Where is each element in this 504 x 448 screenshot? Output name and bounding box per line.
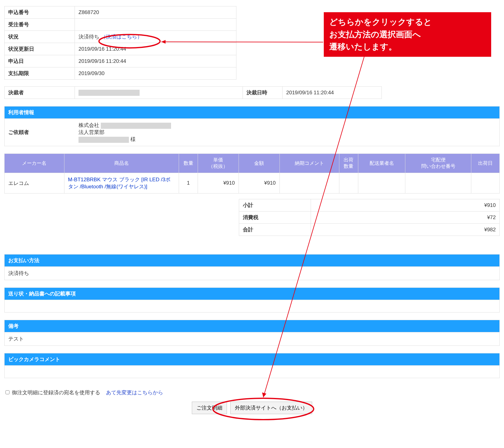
order-no-value: [75, 19, 236, 31]
col-ship-date: 出荷日: [471, 154, 500, 173]
cell-name: M-BT12BRBK マウス ブラック [IR LED /3ボタン /Bluet…: [64, 173, 179, 193]
callout-line: どちらかをクリックすると: [329, 16, 486, 28]
cell-ship-qty: [339, 173, 358, 193]
cell-ship-date: [471, 173, 500, 193]
pay-deadline-value: 2019/09/30: [75, 67, 236, 80]
button-row: ご注文明細 外部決済サイトへ（お支払い）: [4, 402, 500, 414]
redacted-box: [79, 137, 129, 143]
status-label: 状況: [5, 31, 75, 43]
options-row: 御注文明細に登録済の宛名を使用する あて先変更はこちらから: [4, 389, 500, 396]
section-bic-comment: ビックカメラコメント: [4, 353, 500, 366]
requester-label: ご依頼者: [5, 119, 75, 146]
order-info-table: 申込番号 Z868720 受注番号 状況 決済待ち （決済はこちら） 状況更新日…: [4, 6, 236, 80]
use-registered-address-checkbox[interactable]: [5, 390, 9, 394]
col-unit-price: 単価 （税抜）: [198, 154, 239, 173]
product-link[interactable]: M-BT12BRBK マウス ブラック [IR LED /3ボタン /Bluet…: [68, 177, 170, 190]
external-payment-button[interactable]: 外部決済サイトへ（お支払い）: [230, 402, 312, 414]
total-label: 合計: [239, 224, 311, 236]
delivery-notes-value: [4, 300, 500, 313]
section-remarks: 備考: [4, 320, 500, 332]
honorific: 様: [130, 136, 136, 142]
approval-datetime-label: 決裁日時: [243, 87, 283, 99]
department: 法人営業部: [79, 129, 496, 136]
subtotal-value: ¥910: [311, 199, 500, 211]
payment-link[interactable]: （決済はこちら）: [101, 34, 142, 40]
col-amount: 金額: [239, 154, 279, 173]
approver-table: 決裁者 決裁日時 2019/09/16 11:20:44: [4, 86, 382, 99]
apply-date-label: 申込日: [5, 55, 75, 67]
section-user-info: 利用者情報: [4, 106, 500, 119]
cell-unit-price: ¥910: [198, 173, 239, 193]
products-table: メーカー名 商品名 数量 単価 （税抜） 金額 納期コメント 出荷 数量 配送業…: [4, 154, 500, 193]
section-payment-method: お支払い方法: [4, 254, 500, 267]
approval-datetime-value: 2019/09/16 11:20:44: [283, 87, 382, 99]
cell-tracking: [405, 173, 471, 193]
col-qty: 数量: [179, 154, 198, 173]
section-delivery-notes: 送り状・納品書への記載事項: [4, 287, 500, 300]
col-carrier: 配送業者名: [358, 154, 405, 173]
tax-label: 消費税: [239, 211, 311, 224]
cell-amount: ¥910: [239, 173, 279, 193]
application-no-label: 申込番号: [5, 6, 75, 19]
instruction-callout: どちらかをクリックすると お支払方法の選択画面へ 遷移いたします。: [324, 12, 491, 57]
bic-comment-value: [4, 366, 500, 378]
approver-value: [75, 87, 243, 99]
remarks-value: テスト: [4, 332, 500, 346]
tax-value: ¥72: [311, 211, 500, 224]
status-text: 決済待ち: [79, 34, 99, 40]
col-ship-qty: 出荷 数量: [339, 154, 358, 173]
col-name: 商品名: [64, 154, 179, 173]
application-no-value: Z868720: [75, 6, 236, 19]
order-no-label: 受注番号: [5, 19, 75, 31]
redacted-box: [101, 123, 171, 129]
payment-method-value: 決済待ち: [4, 267, 500, 280]
status-update-label: 状況更新日: [5, 43, 75, 55]
cell-carrier: [358, 173, 405, 193]
col-delivery-comment: 納期コメント: [279, 154, 339, 173]
apply-date-value: 2019/09/16 11:20:44: [75, 55, 236, 67]
table-row: エレコム M-BT12BRBK マウス ブラック [IR LED /3ボタン /…: [5, 173, 500, 193]
company-prefix: 株式会社: [79, 122, 99, 128]
callout-line: 遷移いたします。: [329, 41, 486, 53]
use-registered-address-label: 御注文明細に登録済の宛名を使用する: [12, 390, 100, 396]
redacted-box: [79, 90, 140, 96]
status-update-value: 2019/09/16 11:20:44: [75, 43, 236, 55]
status-value-cell: 決済待ち （決済はこちら）: [75, 31, 236, 43]
callout-line: お支払方法の選択画面へ: [329, 28, 486, 41]
requester-value: 株式会社 法人営業部 様: [75, 119, 499, 146]
total-value: ¥982: [311, 224, 500, 236]
cell-qty: 1: [179, 173, 198, 193]
col-tracking: 宅配便 問い合わせ番号: [405, 154, 471, 173]
user-info-table: ご依頼者 株式会社 法人営業部 様: [5, 119, 499, 146]
pay-deadline-label: 支払期限: [5, 67, 75, 80]
cell-maker: エレコム: [5, 173, 64, 193]
approver-label: 決裁者: [5, 87, 75, 99]
cell-delivery-comment: [279, 173, 339, 193]
totals-table: 小計 ¥910 消費税 ¥72 合計 ¥982: [4, 199, 500, 236]
order-detail-button[interactable]: ご注文明細: [192, 402, 227, 414]
col-maker: メーカー名: [5, 154, 64, 173]
change-address-link[interactable]: あて先変更はこちらから: [106, 390, 163, 396]
subtotal-label: 小計: [239, 199, 311, 211]
